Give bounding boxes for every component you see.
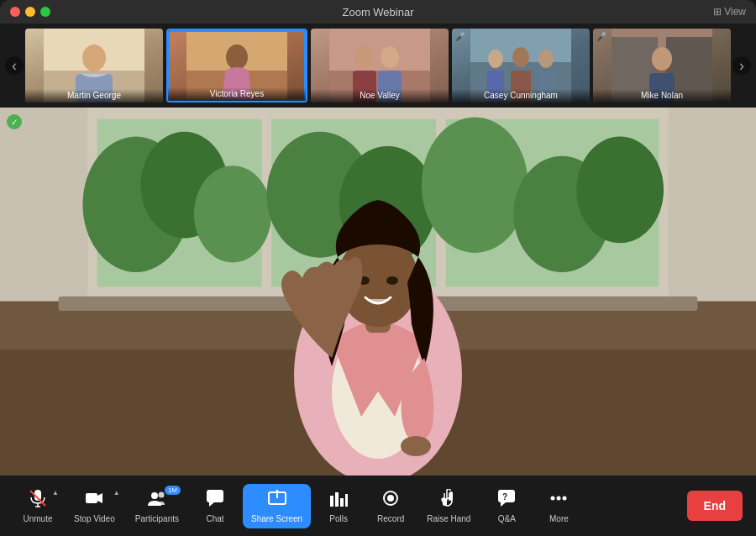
main-speaker bbox=[202, 108, 554, 476]
thumbnails-bar: ‹ Martin George bbox=[0, 24, 756, 108]
qa-button[interactable]: ? Q&A bbox=[482, 484, 531, 528]
svg-point-62 bbox=[158, 491, 164, 497]
zoom-window: Zoom Webinar ⊞ View ‹ Martin George bbox=[0, 0, 756, 536]
unmute-caret: ▲ bbox=[52, 489, 59, 497]
participants-label: Participants bbox=[135, 514, 179, 523]
polls-icon bbox=[329, 489, 348, 512]
thumbnail-mike-nolan[interactable]: 🎤 Mike Nolan bbox=[593, 29, 731, 102]
thumb-mic-muted-mike: 🎤 bbox=[596, 32, 606, 41]
toolbar-buttons: ▲ Unmute ▲ Stop Video bbox=[13, 484, 583, 528]
polls-button[interactable]: Polls bbox=[314, 484, 363, 528]
chat-icon bbox=[206, 489, 224, 512]
raise-hand-button[interactable]: Raise Hand bbox=[418, 484, 479, 528]
mic-icon bbox=[29, 489, 47, 512]
svg-point-45 bbox=[576, 137, 664, 244]
svg-point-9 bbox=[355, 46, 374, 68]
participants-badge: 1M bbox=[165, 486, 181, 495]
svg-rect-72 bbox=[443, 498, 447, 506]
chat-label: Chat bbox=[206, 514, 223, 523]
title-bar: Zoom Webinar ⊞ View bbox=[0, 0, 756, 24]
more-button[interactable]: More bbox=[534, 484, 583, 528]
window-title: Zoom Webinar bbox=[342, 6, 413, 18]
svg-rect-68 bbox=[340, 498, 344, 507]
svg-point-2 bbox=[82, 45, 106, 71]
svg-point-15 bbox=[488, 50, 503, 68]
window-controls bbox=[10, 7, 50, 17]
svg-point-76 bbox=[551, 496, 555, 500]
stop-video-label: Stop Video bbox=[74, 514, 115, 523]
camera-icon bbox=[85, 489, 103, 512]
svg-point-61 bbox=[151, 492, 158, 499]
thumbnail-casey-cunningham[interactable]: 🎤 Casey Cunningham bbox=[452, 29, 590, 102]
prev-thumbnail-button[interactable]: ‹ bbox=[5, 56, 24, 75]
thumb-name-victoria: Victoria Reyes bbox=[168, 87, 306, 101]
thumbnail-martin-george[interactable]: Martin George bbox=[25, 29, 163, 102]
view-button[interactable]: ⊞ View bbox=[713, 6, 746, 18]
participants-button[interactable]: 1M Participants bbox=[127, 484, 187, 528]
svg-point-55 bbox=[401, 436, 431, 456]
share-screen-button[interactable]: Share Screen bbox=[243, 484, 311, 528]
minimize-button[interactable] bbox=[25, 7, 35, 17]
svg-rect-67 bbox=[335, 492, 339, 507]
next-thumbnail-button[interactable]: › bbox=[732, 56, 751, 75]
qa-icon: ? bbox=[497, 489, 516, 512]
stop-video-caret: ▲ bbox=[113, 489, 120, 497]
svg-point-11 bbox=[381, 46, 399, 68]
svg-rect-63 bbox=[207, 490, 223, 502]
end-button[interactable]: End bbox=[687, 491, 743, 521]
svg-rect-73 bbox=[449, 492, 453, 501]
thumbnail-noe-valley[interactable]: Noe Valley bbox=[311, 29, 449, 102]
thumbnail-victoria-reyes[interactable]: Victoria Reyes bbox=[166, 29, 307, 102]
stop-video-button[interactable]: ▲ Stop Video bbox=[66, 484, 123, 528]
thumb-name-martin: Martin George bbox=[25, 89, 163, 102]
svg-point-19 bbox=[538, 50, 554, 68]
svg-rect-8 bbox=[329, 29, 430, 71]
record-icon bbox=[381, 489, 400, 512]
raise-hand-icon bbox=[439, 489, 458, 512]
polls-label: Polls bbox=[329, 514, 348, 523]
svg-point-17 bbox=[512, 47, 529, 67]
svg-rect-69 bbox=[345, 494, 348, 507]
main-video bbox=[0, 108, 756, 476]
svg-point-54 bbox=[386, 276, 398, 285]
svg-rect-60 bbox=[86, 493, 97, 503]
toolbar: ▲ Unmute ▲ Stop Video bbox=[0, 476, 756, 536]
thumb-mic-muted-casey: 🎤 bbox=[455, 32, 465, 41]
svg-rect-66 bbox=[330, 496, 333, 507]
record-button[interactable]: Record bbox=[366, 484, 415, 528]
raise-hand-label: Raise Hand bbox=[427, 514, 470, 523]
svg-point-6 bbox=[226, 45, 248, 70]
chat-button[interactable]: Chat bbox=[191, 484, 239, 528]
record-label: Record bbox=[377, 514, 404, 523]
participants-icon bbox=[148, 489, 166, 512]
unmute-label: Unmute bbox=[23, 514, 52, 523]
svg-point-77 bbox=[557, 496, 561, 500]
close-button[interactable] bbox=[10, 7, 20, 17]
more-label: More bbox=[549, 514, 569, 523]
thumb-name-casey: Casey Cunningham bbox=[452, 89, 590, 102]
share-screen-icon bbox=[268, 489, 286, 512]
qa-label: Q&A bbox=[498, 514, 516, 523]
maximize-button[interactable] bbox=[40, 7, 50, 17]
unmute-button[interactable]: ▲ Unmute bbox=[13, 484, 62, 528]
more-icon bbox=[549, 489, 568, 512]
share-screen-label: Share Screen bbox=[251, 514, 302, 523]
svg-text:?: ? bbox=[502, 492, 507, 502]
thumb-name-noe: Noe Valley bbox=[311, 89, 449, 102]
svg-point-25 bbox=[652, 47, 672, 71]
svg-point-71 bbox=[387, 495, 394, 502]
thumb-name-mike: Mike Nolan bbox=[593, 89, 731, 102]
video-quality-indicator bbox=[7, 114, 22, 129]
svg-point-78 bbox=[563, 496, 567, 500]
